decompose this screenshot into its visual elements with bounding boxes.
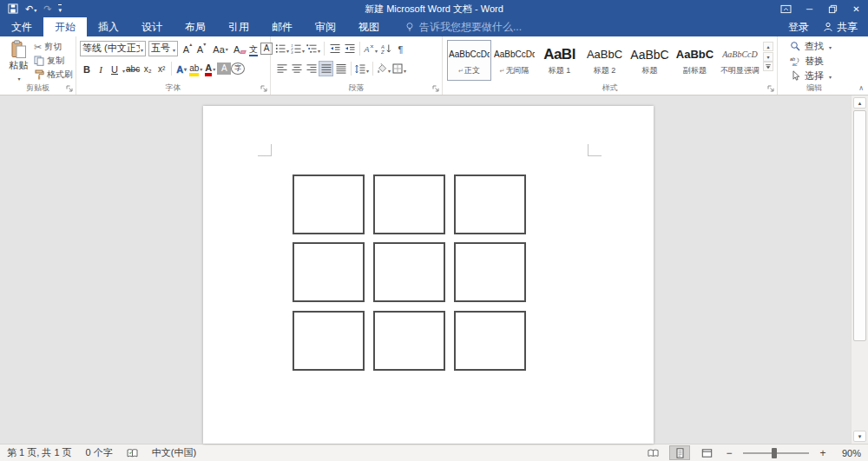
select-button[interactable]: 选择 bbox=[790, 69, 865, 82]
read-mode-view-button[interactable] bbox=[642, 445, 663, 460]
word-count[interactable]: 0 个字 bbox=[86, 446, 113, 459]
rectangle-shape[interactable] bbox=[454, 311, 526, 371]
tab-references[interactable]: 引用 bbox=[217, 17, 260, 36]
clipboard-dialog-launcher-icon[interactable] bbox=[66, 85, 74, 93]
rectangle-shape[interactable] bbox=[373, 311, 445, 371]
zoom-slider-thumb[interactable] bbox=[772, 448, 777, 458]
phonetic-guide-button[interactable]: 文 bbox=[247, 41, 260, 56]
line-spacing-button[interactable] bbox=[354, 61, 370, 76]
redo-button[interactable]: ↷ bbox=[43, 2, 51, 16]
close-button[interactable] bbox=[845, 1, 868, 17]
rectangle-shape[interactable] bbox=[293, 242, 365, 302]
tab-review[interactable]: 审阅 bbox=[304, 17, 347, 36]
document-page[interactable] bbox=[203, 106, 654, 444]
zoom-level[interactable]: 90% bbox=[835, 448, 861, 458]
page-indicator[interactable]: 第 1 页, 共 1 页 bbox=[7, 446, 72, 459]
tab-layout[interactable]: 布局 bbox=[174, 17, 217, 36]
style-heading-2[interactable]: AaBbC标题 2 bbox=[582, 40, 627, 81]
bullets-button[interactable] bbox=[274, 41, 290, 56]
tab-view[interactable]: 视图 bbox=[347, 17, 391, 36]
font-dialog-launcher-icon[interactable] bbox=[260, 85, 268, 93]
style-no-spacing[interactable]: AaBbCcDd↵无间隔 bbox=[492, 40, 536, 81]
tell-me-box[interactable]: 告诉我您想要做什么... bbox=[396, 17, 530, 36]
language-indicator[interactable]: 中文(中国) bbox=[152, 446, 196, 459]
format-painter-button[interactable]: 格式刷 bbox=[34, 69, 73, 81]
print-layout-view-button[interactable] bbox=[669, 445, 690, 460]
bold-button[interactable]: B bbox=[80, 61, 94, 76]
file-tab[interactable]: 文件 bbox=[0, 17, 43, 36]
styles-scroll-down-button[interactable] bbox=[763, 52, 773, 62]
ribbon-display-options-button[interactable] bbox=[774, 1, 798, 17]
align-center-button[interactable] bbox=[289, 61, 304, 76]
increase-indent-button[interactable] bbox=[342, 41, 357, 56]
text-effects-button[interactable]: A bbox=[174, 61, 188, 76]
styles-scroll-up-button[interactable] bbox=[763, 42, 773, 51]
style-subtle-emphasis[interactable]: AaBbCcD不明显强调 bbox=[718, 40, 762, 81]
font-color-button[interactable]: A bbox=[203, 61, 217, 76]
clear-formatting-button[interactable]: A bbox=[233, 41, 247, 56]
align-left-button[interactable] bbox=[274, 61, 289, 76]
show-hide-marks-button[interactable] bbox=[393, 41, 408, 56]
document-canvas[interactable] bbox=[0, 95, 868, 444]
multilevel-list-button[interactable] bbox=[306, 41, 321, 56]
tab-design[interactable]: 设计 bbox=[130, 17, 174, 36]
scroll-up-button[interactable] bbox=[853, 97, 866, 109]
subscript-button[interactable]: x₂ bbox=[141, 61, 155, 76]
save-button[interactable] bbox=[8, 2, 18, 16]
customize-qat-button[interactable] bbox=[58, 2, 62, 16]
tab-insert[interactable]: 插入 bbox=[87, 17, 130, 36]
style-normal[interactable]: AaBbCcDd↵正文 bbox=[447, 40, 491, 81]
proofing-status-icon[interactable] bbox=[127, 448, 138, 458]
share-button[interactable]: 共享 bbox=[823, 20, 858, 35]
sort-button[interactable]: AZ bbox=[378, 41, 393, 56]
paste-button[interactable]: 粘贴 bbox=[3, 39, 34, 82]
scrollbar-thumb[interactable] bbox=[853, 110, 866, 341]
scroll-down-button[interactable] bbox=[853, 431, 866, 442]
paragraph-dialog-launcher-icon[interactable] bbox=[432, 85, 440, 93]
collapse-ribbon-button[interactable] bbox=[858, 84, 864, 92]
vertical-scrollbar[interactable] bbox=[851, 95, 868, 444]
text-highlight-button[interactable]: ab bbox=[188, 61, 203, 76]
shading-button[interactable] bbox=[376, 61, 391, 76]
change-case-button[interactable]: Aa bbox=[214, 41, 227, 56]
grow-font-button[interactable]: A bbox=[181, 41, 194, 56]
zoom-in-button[interactable] bbox=[817, 447, 829, 459]
distribute-button[interactable] bbox=[333, 61, 348, 76]
replace-button[interactable]: abac 替换 bbox=[790, 54, 865, 68]
undo-button[interactable]: ↶ bbox=[25, 2, 36, 16]
minimize-button[interactable] bbox=[798, 1, 821, 17]
tab-home[interactable]: 开始 bbox=[43, 17, 87, 36]
justify-button[interactable] bbox=[319, 61, 333, 76]
align-right-button[interactable] bbox=[304, 61, 319, 76]
font-name-select[interactable]: 等线 (中文正文) bbox=[80, 41, 146, 56]
style-heading-1[interactable]: AaBl标题 1 bbox=[537, 40, 582, 81]
tab-mailings[interactable]: 邮件 bbox=[260, 17, 304, 36]
numbering-button[interactable]: 123 bbox=[290, 41, 306, 56]
font-size-select[interactable]: 五号 bbox=[148, 41, 178, 56]
style-subtitle[interactable]: AaBbC副标题 bbox=[673, 40, 717, 81]
web-layout-view-button[interactable] bbox=[696, 445, 717, 460]
zoom-out-button[interactable] bbox=[723, 447, 735, 459]
enclose-characters-button[interactable]: 字 bbox=[231, 63, 245, 75]
strikethrough-button[interactable]: abc bbox=[125, 61, 141, 76]
sign-in-button[interactable]: 登录 bbox=[788, 20, 809, 35]
rectangle-shape[interactable] bbox=[454, 175, 526, 234]
borders-button[interactable] bbox=[391, 61, 407, 76]
asian-layout-button[interactable]: A bbox=[363, 41, 378, 56]
find-button[interactable]: 查找 bbox=[790, 39, 865, 53]
rectangle-shape[interactable] bbox=[373, 175, 445, 234]
copy-button[interactable]: 复制 bbox=[34, 55, 73, 67]
decrease-indent-button[interactable] bbox=[327, 41, 342, 56]
zoom-slider[interactable] bbox=[743, 452, 809, 454]
restore-button[interactable] bbox=[821, 1, 845, 17]
styles-more-button[interactable] bbox=[763, 62, 773, 71]
rectangle-shape[interactable] bbox=[454, 242, 526, 302]
superscript-button[interactable]: x² bbox=[155, 61, 168, 76]
cut-button[interactable]: 剪切 bbox=[34, 41, 73, 53]
character-shading-button[interactable]: A bbox=[217, 63, 231, 75]
underline-button[interactable]: U bbox=[108, 61, 122, 76]
rectangle-shape[interactable] bbox=[293, 175, 365, 234]
italic-button[interactable]: I bbox=[94, 61, 108, 76]
shrink-font-button[interactable]: A bbox=[194, 41, 208, 56]
style-title[interactable]: AaBbC标题 bbox=[628, 40, 672, 81]
